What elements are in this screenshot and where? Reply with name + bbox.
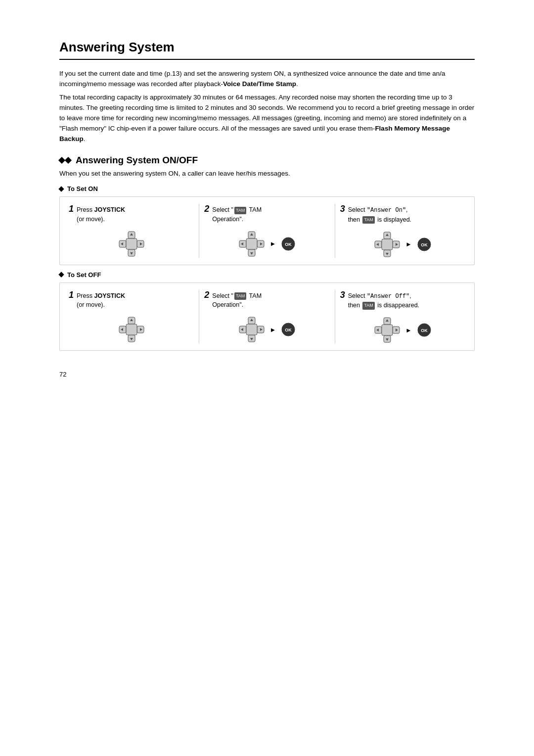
step-off-2-icon-row: ► OK <box>238 316 296 343</box>
set-off-steps-box: 1 Press JOYSTICK(or move). <box>59 283 475 351</box>
step-off-1-text: Press JOYSTICK(or move). <box>77 291 125 309</box>
step-off-3: 3 Select "Answer Off",then TAM is disapp… <box>336 290 469 344</box>
joystick-svg-off-3 <box>374 317 400 343</box>
intro-paragraph-2: The total recording capacity is approxim… <box>59 93 475 144</box>
small-diamond-off <box>58 272 64 278</box>
step-on-2-text: Select "TAM TAMOperation". <box>212 205 262 223</box>
svg-text:OK: OK <box>285 328 292 332</box>
joystick-svg-on-2 <box>238 231 265 257</box>
step-off-1: 1 Press JOYSTICK(or move). <box>65 290 198 343</box>
svg-rect-35 <box>126 324 137 335</box>
ok-circle-off-2: OK <box>281 322 296 337</box>
tam-icon-on-3: TAM <box>362 216 374 224</box>
ok-circle-on-3: OK <box>417 237 432 252</box>
on-off-description: When you set the answering system ON, a … <box>59 169 475 179</box>
step-off-1-icon-row <box>118 316 145 343</box>
step-on-1-text: Press JOYSTICK(or move). <box>77 205 125 223</box>
divider-off-1-2 <box>199 290 199 344</box>
page-title: Answering System <box>59 40 475 60</box>
section-title-on-off: Answering System ON/OFF <box>59 155 475 166</box>
arrow-off-2: ► <box>270 326 276 333</box>
joystick-svg-on-3 <box>374 231 400 258</box>
set-on-steps-box: 1 Press JOYSTICK(or move). <box>59 196 475 265</box>
arrow-on-2: ► <box>270 240 276 247</box>
svg-text:OK: OK <box>285 242 292 247</box>
arrow-on-3: ► <box>405 240 412 248</box>
step-off-2: 2 Select "TAM TAMOperation". ► <box>200 290 333 343</box>
step-off-1-number: 1 <box>69 290 74 300</box>
step-on-1: 1 Press JOYSTICK(or move). <box>65 204 198 257</box>
step-on-3-icon-row: ► OK <box>374 231 432 258</box>
svg-rect-55 <box>382 325 393 335</box>
step-off-3-text: Select "Answer Off",then TAM is disappea… <box>348 291 419 310</box>
step-off-2-text: Select "TAM TAMOperation". <box>212 291 262 309</box>
step-on-2-number: 2 <box>204 204 209 214</box>
svg-rect-4 <box>126 238 137 249</box>
step-on-2-icon-row: ► OK <box>238 231 296 257</box>
svg-rect-24 <box>382 239 393 250</box>
intro-paragraph-1: If you set the current date and time (p.… <box>59 69 475 90</box>
svg-text:OK: OK <box>421 328 428 333</box>
step-off-2-number: 2 <box>204 290 209 300</box>
divider-off-2-3 <box>335 290 335 344</box>
page-number: 72 <box>59 371 475 378</box>
joystick-svg-on-1 <box>118 231 145 257</box>
tam-icon-on-2: TAM <box>234 207 246 214</box>
divider-on-2-3 <box>335 204 335 258</box>
set-on-label: To Set ON <box>59 185 475 192</box>
diamond-icon-1 <box>59 158 71 163</box>
tam-icon-off-2: TAM <box>234 292 246 300</box>
step-on-3-text: Select "Answer On",then TAM is displayed… <box>348 205 411 224</box>
step-on-3-number: 3 <box>340 204 345 214</box>
set-off-label: To Set OFF <box>59 271 475 279</box>
svg-rect-13 <box>246 238 257 249</box>
ok-circle-on-2: OK <box>281 236 296 251</box>
step-on-1-number: 1 <box>69 204 74 214</box>
joystick-svg-off-1 <box>118 316 145 343</box>
tam-icon-off-3: TAM <box>362 302 374 309</box>
svg-rect-44 <box>246 324 257 335</box>
step-on-2: 2 Select "TAM TAMOperation". ► <box>200 204 333 257</box>
divider-on-1-2 <box>199 204 199 258</box>
ok-circle-off-3: OK <box>417 323 432 337</box>
step-off-3-icon-row: ► OK <box>374 317 432 343</box>
arrow-off-3: ► <box>405 327 412 334</box>
svg-text:OK: OK <box>421 242 428 247</box>
small-diamond-on <box>58 186 64 191</box>
step-on-3: 3 Select "Answer On",then TAM is display… <box>336 204 469 258</box>
step-on-1-icon-row <box>118 231 145 257</box>
joystick-svg-off-2 <box>238 316 265 343</box>
step-off-3-number: 3 <box>340 290 345 300</box>
